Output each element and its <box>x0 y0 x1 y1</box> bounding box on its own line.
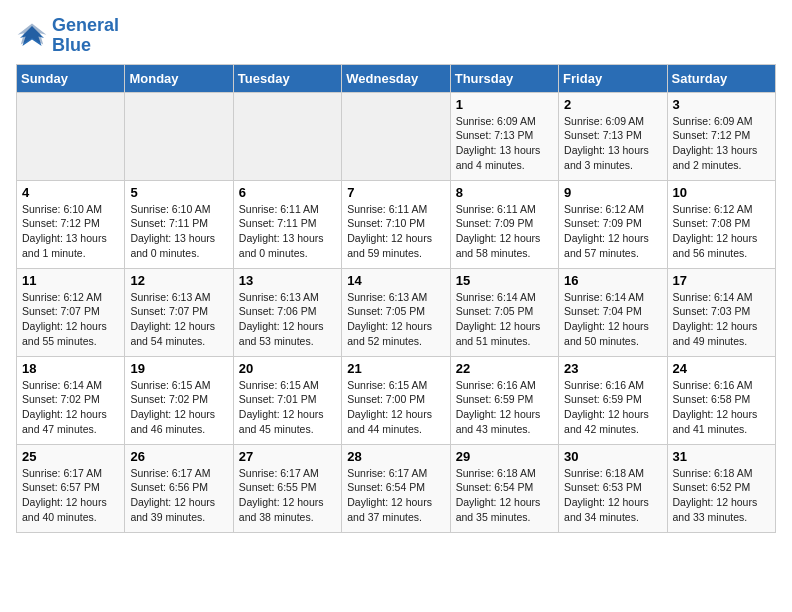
day-header-saturday: Saturday <box>667 64 775 92</box>
day-number: 4 <box>22 185 119 200</box>
cell-sun-info: Sunrise: 6:09 AMSunset: 7:13 PMDaylight:… <box>564 114 661 173</box>
cell-sun-info: Sunrise: 6:13 AMSunset: 7:05 PMDaylight:… <box>347 290 444 349</box>
calendar-cell: 17Sunrise: 6:14 AMSunset: 7:03 PMDayligh… <box>667 268 775 356</box>
calendar-cell <box>342 92 450 180</box>
day-number: 7 <box>347 185 444 200</box>
day-number: 3 <box>673 97 770 112</box>
calendar-cell: 13Sunrise: 6:13 AMSunset: 7:06 PMDayligh… <box>233 268 341 356</box>
cell-sun-info: Sunrise: 6:12 AMSunset: 7:07 PMDaylight:… <box>22 290 119 349</box>
calendar-cell: 27Sunrise: 6:17 AMSunset: 6:55 PMDayligh… <box>233 444 341 532</box>
cell-sun-info: Sunrise: 6:14 AMSunset: 7:03 PMDaylight:… <box>673 290 770 349</box>
calendar-cell: 6Sunrise: 6:11 AMSunset: 7:11 PMDaylight… <box>233 180 341 268</box>
cell-sun-info: Sunrise: 6:18 AMSunset: 6:52 PMDaylight:… <box>673 466 770 525</box>
calendar-cell: 5Sunrise: 6:10 AMSunset: 7:11 PMDaylight… <box>125 180 233 268</box>
calendar-cell: 19Sunrise: 6:15 AMSunset: 7:02 PMDayligh… <box>125 356 233 444</box>
day-number: 6 <box>239 185 336 200</box>
week-row-5: 25Sunrise: 6:17 AMSunset: 6:57 PMDayligh… <box>17 444 776 532</box>
cell-sun-info: Sunrise: 6:15 AMSunset: 7:01 PMDaylight:… <box>239 378 336 437</box>
cell-sun-info: Sunrise: 6:14 AMSunset: 7:05 PMDaylight:… <box>456 290 553 349</box>
week-row-1: 1Sunrise: 6:09 AMSunset: 7:13 PMDaylight… <box>17 92 776 180</box>
calendar-cell: 15Sunrise: 6:14 AMSunset: 7:05 PMDayligh… <box>450 268 558 356</box>
calendar-cell: 4Sunrise: 6:10 AMSunset: 7:12 PMDaylight… <box>17 180 125 268</box>
cell-sun-info: Sunrise: 6:16 AMSunset: 6:59 PMDaylight:… <box>564 378 661 437</box>
calendar-cell: 7Sunrise: 6:11 AMSunset: 7:10 PMDaylight… <box>342 180 450 268</box>
cell-sun-info: Sunrise: 6:18 AMSunset: 6:54 PMDaylight:… <box>456 466 553 525</box>
cell-sun-info: Sunrise: 6:11 AMSunset: 7:09 PMDaylight:… <box>456 202 553 261</box>
calendar-cell: 20Sunrise: 6:15 AMSunset: 7:01 PMDayligh… <box>233 356 341 444</box>
week-row-3: 11Sunrise: 6:12 AMSunset: 7:07 PMDayligh… <box>17 268 776 356</box>
calendar-cell: 9Sunrise: 6:12 AMSunset: 7:09 PMDaylight… <box>559 180 667 268</box>
day-number: 2 <box>564 97 661 112</box>
cell-sun-info: Sunrise: 6:11 AMSunset: 7:11 PMDaylight:… <box>239 202 336 261</box>
cell-sun-info: Sunrise: 6:09 AMSunset: 7:12 PMDaylight:… <box>673 114 770 173</box>
calendar-cell <box>233 92 341 180</box>
calendar-cell: 22Sunrise: 6:16 AMSunset: 6:59 PMDayligh… <box>450 356 558 444</box>
cell-sun-info: Sunrise: 6:10 AMSunset: 7:11 PMDaylight:… <box>130 202 227 261</box>
calendar-cell <box>17 92 125 180</box>
day-number: 1 <box>456 97 553 112</box>
day-header-sunday: Sunday <box>17 64 125 92</box>
day-header-wednesday: Wednesday <box>342 64 450 92</box>
cell-sun-info: Sunrise: 6:16 AMSunset: 6:59 PMDaylight:… <box>456 378 553 437</box>
day-header-monday: Monday <box>125 64 233 92</box>
day-header-thursday: Thursday <box>450 64 558 92</box>
calendar-cell: 28Sunrise: 6:17 AMSunset: 6:54 PMDayligh… <box>342 444 450 532</box>
cell-sun-info: Sunrise: 6:12 AMSunset: 7:08 PMDaylight:… <box>673 202 770 261</box>
logo: General Blue <box>16 16 119 56</box>
cell-sun-info: Sunrise: 6:13 AMSunset: 7:07 PMDaylight:… <box>130 290 227 349</box>
calendar-cell: 12Sunrise: 6:13 AMSunset: 7:07 PMDayligh… <box>125 268 233 356</box>
cell-sun-info: Sunrise: 6:11 AMSunset: 7:10 PMDaylight:… <box>347 202 444 261</box>
cell-sun-info: Sunrise: 6:17 AMSunset: 6:54 PMDaylight:… <box>347 466 444 525</box>
page-header: General Blue <box>16 16 776 56</box>
calendar-cell: 21Sunrise: 6:15 AMSunset: 7:00 PMDayligh… <box>342 356 450 444</box>
calendar-cell: 18Sunrise: 6:14 AMSunset: 7:02 PMDayligh… <box>17 356 125 444</box>
cell-sun-info: Sunrise: 6:17 AMSunset: 6:57 PMDaylight:… <box>22 466 119 525</box>
week-row-2: 4Sunrise: 6:10 AMSunset: 7:12 PMDaylight… <box>17 180 776 268</box>
cell-sun-info: Sunrise: 6:16 AMSunset: 6:58 PMDaylight:… <box>673 378 770 437</box>
day-number: 8 <box>456 185 553 200</box>
day-number: 15 <box>456 273 553 288</box>
day-number: 18 <box>22 361 119 376</box>
day-number: 14 <box>347 273 444 288</box>
day-header-tuesday: Tuesday <box>233 64 341 92</box>
cell-sun-info: Sunrise: 6:17 AMSunset: 6:55 PMDaylight:… <box>239 466 336 525</box>
day-number: 10 <box>673 185 770 200</box>
cell-sun-info: Sunrise: 6:14 AMSunset: 7:02 PMDaylight:… <box>22 378 119 437</box>
calendar-cell: 2Sunrise: 6:09 AMSunset: 7:13 PMDaylight… <box>559 92 667 180</box>
svg-marker-1 <box>18 23 47 44</box>
cell-sun-info: Sunrise: 6:18 AMSunset: 6:53 PMDaylight:… <box>564 466 661 525</box>
day-number: 22 <box>456 361 553 376</box>
cell-sun-info: Sunrise: 6:12 AMSunset: 7:09 PMDaylight:… <box>564 202 661 261</box>
logo-icon <box>16 22 48 50</box>
calendar-cell: 14Sunrise: 6:13 AMSunset: 7:05 PMDayligh… <box>342 268 450 356</box>
cell-sun-info: Sunrise: 6:10 AMSunset: 7:12 PMDaylight:… <box>22 202 119 261</box>
calendar-cell: 16Sunrise: 6:14 AMSunset: 7:04 PMDayligh… <box>559 268 667 356</box>
calendar-cell: 3Sunrise: 6:09 AMSunset: 7:12 PMDaylight… <box>667 92 775 180</box>
day-number: 12 <box>130 273 227 288</box>
calendar-cell: 1Sunrise: 6:09 AMSunset: 7:13 PMDaylight… <box>450 92 558 180</box>
calendar-cell: 31Sunrise: 6:18 AMSunset: 6:52 PMDayligh… <box>667 444 775 532</box>
calendar-cell <box>125 92 233 180</box>
cell-sun-info: Sunrise: 6:15 AMSunset: 7:00 PMDaylight:… <box>347 378 444 437</box>
day-number: 28 <box>347 449 444 464</box>
day-number: 24 <box>673 361 770 376</box>
day-number: 19 <box>130 361 227 376</box>
calendar-cell: 10Sunrise: 6:12 AMSunset: 7:08 PMDayligh… <box>667 180 775 268</box>
calendar-cell: 11Sunrise: 6:12 AMSunset: 7:07 PMDayligh… <box>17 268 125 356</box>
calendar-cell: 24Sunrise: 6:16 AMSunset: 6:58 PMDayligh… <box>667 356 775 444</box>
calendar-cell: 29Sunrise: 6:18 AMSunset: 6:54 PMDayligh… <box>450 444 558 532</box>
logo-text: General <box>52 16 119 36</box>
cell-sun-info: Sunrise: 6:13 AMSunset: 7:06 PMDaylight:… <box>239 290 336 349</box>
calendar-cell: 8Sunrise: 6:11 AMSunset: 7:09 PMDaylight… <box>450 180 558 268</box>
day-number: 30 <box>564 449 661 464</box>
calendar-cell: 23Sunrise: 6:16 AMSunset: 6:59 PMDayligh… <box>559 356 667 444</box>
calendar-cell: 26Sunrise: 6:17 AMSunset: 6:56 PMDayligh… <box>125 444 233 532</box>
calendar-cell: 30Sunrise: 6:18 AMSunset: 6:53 PMDayligh… <box>559 444 667 532</box>
day-number: 31 <box>673 449 770 464</box>
day-number: 25 <box>22 449 119 464</box>
calendar-cell: 25Sunrise: 6:17 AMSunset: 6:57 PMDayligh… <box>17 444 125 532</box>
day-header-friday: Friday <box>559 64 667 92</box>
day-number: 26 <box>130 449 227 464</box>
day-number: 16 <box>564 273 661 288</box>
day-number: 17 <box>673 273 770 288</box>
